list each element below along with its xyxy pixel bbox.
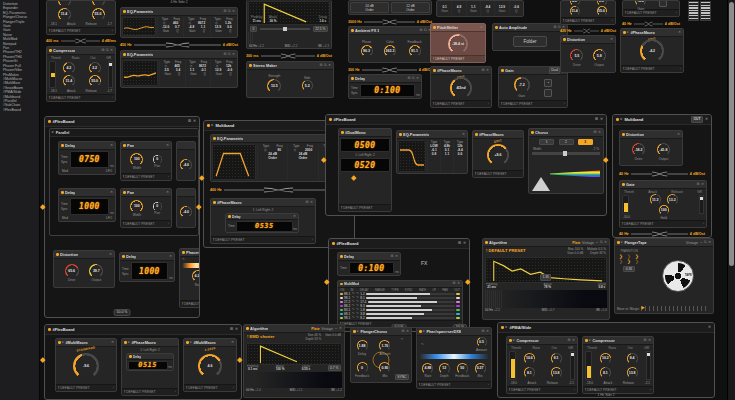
row-color-dot[interactable] <box>340 317 343 320</box>
fx-knob[interactable]: 91.1 <box>409 45 421 57</box>
caret-icon[interactable]: ▸ <box>357 330 359 334</box>
preset-name[interactable]: EMD shorter <box>250 334 275 339</box>
position-ruler[interactable]: ▶ <box>641 306 709 311</box>
power-icon[interactable] <box>485 241 488 244</box>
crossfade-curve[interactable] <box>224 187 333 193</box>
close-icon[interactable]: ✕ <box>193 120 196 124</box>
close-icon[interactable]: ✕ <box>678 31 681 35</box>
preset-bar[interactable]: !DEFAULT PRESET› <box>431 55 485 62</box>
eq-band[interactable]: TypeFreq ◇12k 12.9-0.6 GainQ <box>210 60 236 87</box>
preset-bar[interactable]: !DEFAULT PRESET› <box>621 65 683 72</box>
close-icon[interactable]: ✕ <box>480 26 483 30</box>
power-icon[interactable] <box>213 137 216 140</box>
transition-value[interactable]: 0.36 <box>623 266 634 272</box>
knob-group[interactable]: 0.90Mix <box>379 362 390 378</box>
dropdown-icon[interactable]: ⌄ <box>699 241 702 245</box>
eq-band[interactable]: TypeFreq ◇465 2.53.4 GainQ <box>159 60 185 87</box>
dropdown-icon[interactable]: ⌄ <box>595 241 598 245</box>
close-icon[interactable]: ✕ <box>604 241 607 245</box>
power-icon[interactable] <box>123 144 126 147</box>
power-icon[interactable] <box>48 328 51 331</box>
close-icon[interactable]: ✕ <box>701 183 704 187</box>
power-icon[interactable] <box>433 69 436 72</box>
power-icon[interactable] <box>501 69 504 72</box>
power-icon[interactable] <box>433 26 436 29</box>
knob-group[interactable]: 1.88Delay <box>357 340 368 356</box>
grid-icon[interactable]: ⊞ <box>407 77 410 81</box>
output-knob[interactable]: 5.8 <box>593 49 606 62</box>
copy-icon[interactable]: ⧉ <box>228 10 231 14</box>
preset-bar[interactable]: !DEFAULT PRESET› <box>561 17 615 24</box>
copy-icon[interactable]: ⧉ <box>704 241 707 245</box>
knob-group[interactable]: Color262.3 <box>384 40 396 57</box>
eq-curve[interactable] <box>398 140 426 172</box>
knob-group[interactable]: 50Feedback <box>455 363 469 379</box>
caret-icon[interactable]: ▸ <box>513 339 515 343</box>
row-color-dot[interactable] <box>340 309 343 312</box>
width-slider[interactable] <box>532 152 600 155</box>
grid-icon[interactable]: ⊞ <box>305 201 308 205</box>
caret-icon[interactable]: ▸ <box>52 131 54 135</box>
close-icon[interactable]: ✕ <box>572 339 575 343</box>
macro-knob[interactable]: 4/2nd <box>450 77 472 99</box>
grid-icon[interactable]: ⊞ <box>401 330 404 334</box>
pan-knob[interactable]: 0 <box>153 155 162 164</box>
grid-icon[interactable]: ⊞ <box>458 242 461 246</box>
sidebar-item[interactable]: #FlexBoard <box>3 108 38 112</box>
copy-icon[interactable]: ⧉ <box>412 77 415 81</box>
close-icon[interactable]: ✕ <box>166 191 169 195</box>
drive-knob[interactable]: -18.2 <box>632 143 645 156</box>
close-icon[interactable]: ✕ <box>110 144 113 148</box>
sync-button[interactable]: SYNC <box>395 374 409 380</box>
grid-icon[interactable]: ⊞ <box>595 118 598 122</box>
attack-knob[interactable]: 11.4 <box>58 8 71 21</box>
preset-next-icon[interactable]: › <box>112 29 113 33</box>
close-icon[interactable]: ✕ <box>598 131 601 135</box>
close-icon[interactable]: ✕ <box>169 255 172 259</box>
decay-envelope[interactable]: Predelay11 ms Attack36 % Decay1.6 s <box>248 1 330 25</box>
crossfade-curve[interactable] <box>61 38 100 44</box>
caret-icon[interactable]: ▸ <box>589 339 591 343</box>
eq-cell[interactable]: 4.8Q <box>451 1 465 16</box>
grid-icon[interactable]: ⊞ <box>553 26 556 30</box>
mod-amount-slider[interactable] <box>368 301 455 303</box>
power-icon[interactable] <box>501 326 504 329</box>
power-icon[interactable] <box>617 241 620 244</box>
drive-knob[interactable]: 65.6 <box>65 264 79 278</box>
tab-plate[interactable]: Plate <box>311 327 319 331</box>
power-icon[interactable] <box>207 124 210 127</box>
close-icon[interactable]: ✕ <box>310 201 313 205</box>
vertical-scrollbar[interactable] <box>727 0 735 400</box>
crossfade-curve[interactable] <box>134 42 221 48</box>
preset-bar[interactable]: !DEFAULT PRESET› <box>211 236 315 243</box>
delay-time-display[interactable]: 0535 <box>236 221 293 232</box>
close-icon[interactable]: ✕ <box>235 328 238 332</box>
mix-chip[interactable]: 1.36 <box>540 274 551 280</box>
eq-band[interactable]: TypeFreq ◇460 -12.00.7 GainQ <box>157 17 183 37</box>
strength-knob[interactable]: 13.5 <box>267 79 281 93</box>
width-knob[interactable]: 100 <box>130 153 143 166</box>
power-icon[interactable] <box>249 64 252 67</box>
ratio-knob[interactable]: 4.2 <box>63 62 75 74</box>
gain-knob[interactable]: -4.0 <box>180 159 192 171</box>
close-icon[interactable]: ✕ <box>395 255 398 259</box>
power-icon[interactable] <box>531 131 534 134</box>
close-icon[interactable]: ✕ <box>677 133 680 137</box>
grid-icon[interactable]: ⊞ <box>223 10 226 14</box>
drive-knob[interactable]: 5.5 <box>570 49 583 62</box>
attack-knob[interactable]: 11.3 <box>650 194 661 205</box>
tab-vintage[interactable]: Vintage <box>582 241 594 245</box>
close-icon[interactable]: ✕ <box>110 49 113 53</box>
crossfade-curve[interactable] <box>574 28 599 34</box>
decay-envelope[interactable]: 1.36 <box>485 257 607 283</box>
width-knob[interactable]: 100 <box>130 200 143 213</box>
mod-amount-slider[interactable] <box>366 293 454 295</box>
caret-icon[interactable]: ▸ <box>62 341 64 345</box>
delay-time-display[interactable]: 0:100 <box>349 262 395 274</box>
knob-group[interactable]: Feedback91.1 <box>408 40 422 57</box>
scrollbar-thumb[interactable] <box>729 2 734 266</box>
row-color-dot[interactable] <box>340 301 343 304</box>
copy-icon[interactable]: ⧉ <box>424 29 427 33</box>
power-icon[interactable] <box>399 133 402 136</box>
power-icon[interactable] <box>353 330 356 333</box>
